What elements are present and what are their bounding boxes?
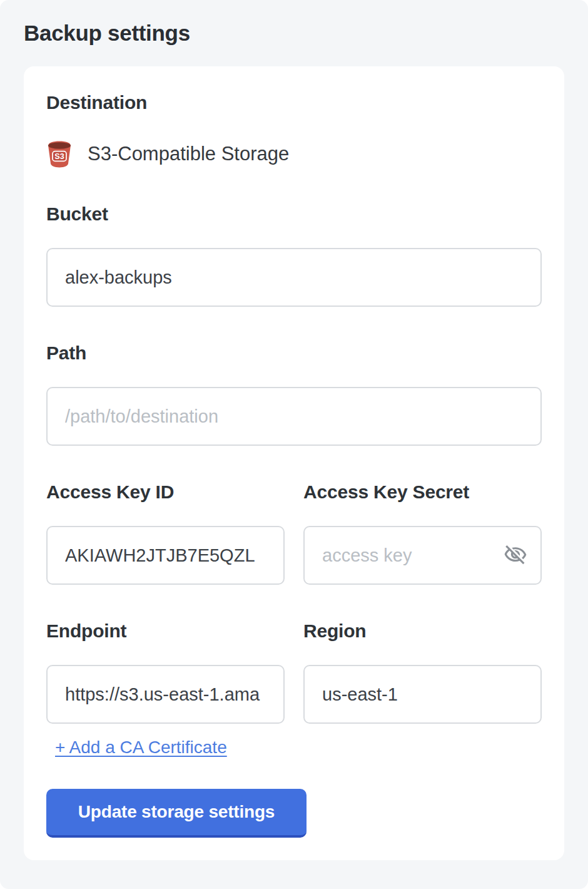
backup-settings-card: Destination S3 S3-Compatible Storage Buc… xyxy=(24,66,564,860)
access-key-id-field: Access Key ID xyxy=(46,481,285,585)
access-key-id-label: Access Key ID xyxy=(46,481,285,503)
bucket-label: Bucket xyxy=(46,203,542,225)
eye-off-icon xyxy=(504,543,527,568)
bucket-field: Bucket xyxy=(46,203,542,307)
endpoint-field: Endpoint xyxy=(46,620,285,724)
destination-label: Destination xyxy=(46,91,542,114)
svg-text:S3: S3 xyxy=(54,152,64,161)
s3-bucket-icon: S3 xyxy=(46,140,73,168)
region-field: Region xyxy=(303,620,542,724)
endpoint-label: Endpoint xyxy=(46,620,285,642)
access-key-row: Access Key ID Access Key Secret xyxy=(46,481,542,585)
bucket-input[interactable] xyxy=(46,248,542,307)
destination-value-row: S3 S3-Compatible Storage xyxy=(46,140,542,168)
region-input[interactable] xyxy=(303,665,542,724)
access-key-secret-field: Access Key Secret xyxy=(303,481,542,585)
path-label: Path xyxy=(46,342,542,364)
endpoint-input[interactable] xyxy=(46,665,285,724)
backup-settings-page: Backup settings Destination S3 S3-Compat… xyxy=(0,0,588,889)
access-key-id-input[interactable] xyxy=(46,526,285,585)
path-input[interactable] xyxy=(46,387,542,446)
destination-value: S3-Compatible Storage xyxy=(88,143,289,165)
region-label: Region xyxy=(303,620,542,642)
access-key-secret-label: Access Key Secret xyxy=(303,481,542,503)
add-ca-certificate-link[interactable]: + Add a CA Certificate xyxy=(55,737,227,758)
page-title: Backup settings xyxy=(0,0,588,46)
update-storage-settings-button[interactable]: Update storage settings xyxy=(46,789,307,838)
toggle-secret-visibility-button[interactable] xyxy=(502,542,529,569)
path-field: Path xyxy=(46,342,542,446)
endpoint-region-row: Endpoint Region xyxy=(46,620,542,724)
